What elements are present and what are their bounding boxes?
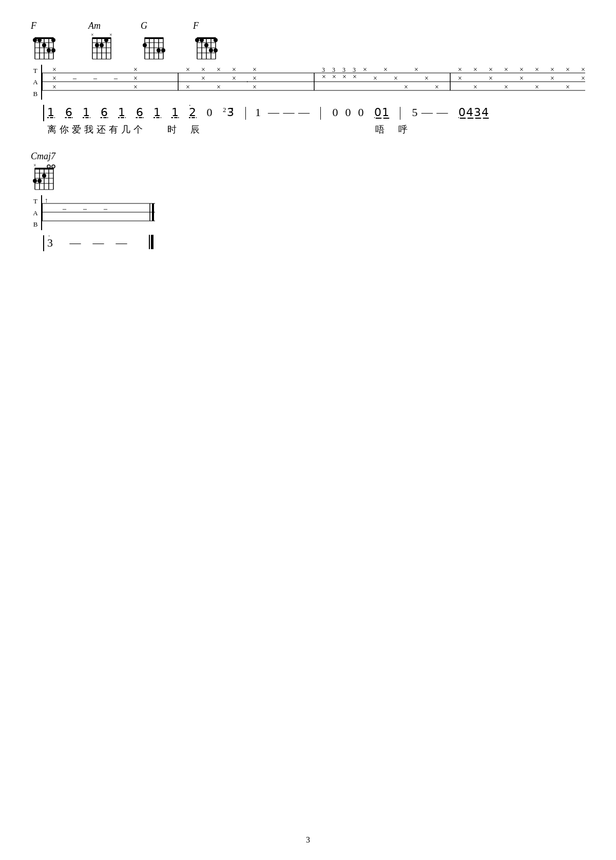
- svg-text:×: ×: [332, 73, 336, 81]
- notation-section1: 1̱ 6̱ 1̱ 6̱ 1̱ 6̱ 1̱ 1̱ ·: [43, 105, 585, 121]
- svg-text:↑: ↑: [45, 196, 48, 204]
- svg-text:×: ×: [217, 66, 221, 73]
- svg-text:×: ×: [217, 83, 221, 91]
- svg-text:×: ×: [566, 83, 570, 91]
- chord-diagram-Cmaj7: ×: [31, 163, 57, 191]
- svg-text:3: 3: [353, 66, 356, 73]
- barline-3: [400, 107, 409, 120]
- note-1: 1̱: [47, 106, 55, 119]
- svg-point-141: [47, 165, 50, 168]
- svg-text:×: ×: [363, 66, 367, 73]
- double-barline-end: [149, 237, 154, 251]
- svg-text:×: ×: [581, 66, 585, 73]
- chord-diagrams-row1: F: [31, 21, 585, 61]
- svg-text:3: 3: [342, 66, 345, 73]
- svg-point-15: [51, 48, 55, 52]
- tab-label-col2: T A B: [31, 195, 42, 230]
- chord-name-F1: F: [31, 21, 36, 31]
- notation-section2: · 3 — — —: [43, 235, 585, 251]
- page-number: 3: [306, 835, 310, 845]
- svg-text:3: 3: [332, 66, 335, 73]
- svg-text:×: ×: [186, 66, 190, 73]
- svg-text:×: ×: [458, 66, 462, 73]
- svg-text:×: ×: [519, 66, 524, 73]
- chord-diagrams-row2: Cmaj7 ×: [31, 151, 585, 191]
- note-3-sup: 23̄: [223, 105, 235, 121]
- svg-point-11: [33, 38, 37, 42]
- svg-text:×: ×: [253, 83, 257, 91]
- svg-point-16: [51, 38, 55, 42]
- svg-point-13: [42, 43, 46, 47]
- svg-text:×: ×: [133, 74, 138, 82]
- svg-point-61: [209, 48, 213, 52]
- svg-point-143: [33, 179, 37, 183]
- chord-F-2: F: [193, 21, 220, 61]
- chord-name-Am: Am: [88, 21, 101, 31]
- svg-text:×: ×: [435, 83, 439, 91]
- note-1-long: 1: [255, 106, 261, 119]
- svg-text:×: ×: [473, 66, 477, 73]
- svg-point-59: [200, 38, 204, 42]
- svg-point-58: [195, 38, 199, 42]
- svg-text:×: ×: [394, 74, 398, 82]
- note-6-2: 6̱: [101, 106, 108, 119]
- svg-point-138: [37, 179, 42, 183]
- svg-text:×: ×: [414, 66, 418, 73]
- svg-text:×: ×: [201, 66, 205, 73]
- svg-text:×: ×: [253, 74, 257, 82]
- svg-text:–: –: [83, 205, 87, 213]
- tab-A-label: A: [31, 79, 40, 85]
- tab-staff-svg1: × × × – – – × × × × × × × × × ×: [42, 65, 585, 100]
- svg-text:×: ×: [342, 73, 346, 81]
- svg-point-142: [52, 165, 55, 168]
- chord-Cmaj7: Cmaj7 ×: [31, 151, 57, 191]
- svg-text:×: ×: [535, 66, 539, 73]
- tab-T2-label: T: [31, 198, 40, 204]
- tab-staff-svg2: ↑ – – –: [42, 195, 155, 230]
- svg-text:×: ×: [425, 74, 429, 82]
- notation-text1: 1̱ 6̱ 1̱ 6̱ 1̱ 6̱ 1̱ 1̱ ·: [47, 105, 489, 121]
- svg-text:·: ·: [246, 78, 248, 86]
- chord-diagram-F2: [193, 32, 220, 61]
- note-1-3: 1̱: [118, 106, 126, 119]
- svg-text:×: ×: [253, 66, 257, 73]
- svg-text:×: ×: [33, 163, 36, 168]
- tab-staff-section1: T A B × × × – – –: [31, 65, 585, 100]
- svg-text:×: ×: [353, 73, 357, 81]
- tab-T-label: T: [31, 67, 40, 74]
- svg-text:×: ×: [581, 74, 585, 82]
- svg-text:–: –: [93, 74, 98, 82]
- chord-name-G: G: [141, 21, 147, 31]
- svg-point-44: [143, 43, 147, 47]
- svg-point-62: [214, 48, 218, 52]
- svg-point-29: [100, 43, 104, 47]
- svg-text:×: ×: [232, 66, 236, 73]
- lyrics-text1: 离你爱我还有几个 时 辰 唔 呼: [47, 124, 411, 135]
- page: F: [0, 0, 616, 860]
- chord-diagram-F1: [31, 32, 57, 61]
- svg-text:×: ×: [322, 73, 326, 81]
- chord-diagram-G: [141, 32, 167, 61]
- tab-B-label: B: [31, 90, 40, 97]
- note-1-tie: 1̱: [171, 105, 179, 121]
- note-0-1: 0̲1̲: [374, 106, 390, 119]
- svg-text:×: ×: [232, 74, 236, 82]
- svg-text:×: ×: [550, 66, 554, 73]
- svg-point-60: [204, 43, 208, 47]
- note-6-3: 6̱: [136, 106, 144, 119]
- chord-name-F2: F: [193, 21, 199, 31]
- chord-name-Cmaj7: Cmaj7: [31, 151, 55, 162]
- svg-text:×: ×: [109, 32, 112, 38]
- tab-label-col1: T A B: [31, 65, 42, 100]
- svg-text:×: ×: [52, 83, 56, 91]
- svg-text:×: ×: [186, 83, 190, 91]
- note-1-4: 1̱: [153, 106, 161, 119]
- lyrics-section1: 离你爱我还有几个 时 辰 唔 呼: [47, 123, 585, 136]
- note-0434: 0̲4̲3̲4̲: [458, 106, 489, 119]
- chord-diagram-Am: × ×: [88, 32, 115, 61]
- svg-text:–: –: [72, 74, 77, 82]
- svg-text:×: ×: [504, 66, 508, 73]
- svg-text:×: ×: [91, 32, 94, 38]
- svg-point-30: [104, 38, 108, 42]
- svg-text:–: –: [113, 74, 118, 82]
